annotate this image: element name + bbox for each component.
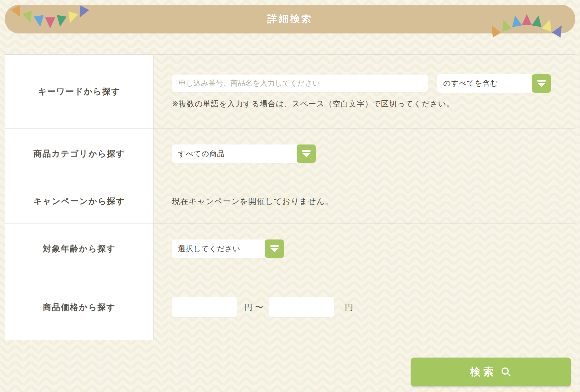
price-unit-label: 円 bbox=[345, 302, 353, 313]
campaign-row-label: キャンペーンから探す bbox=[5, 179, 154, 223]
row-price: 商品価格から探す 円 〜 円 bbox=[5, 274, 575, 340]
campaign-row-content: 現在キャンペーンを開催しておりません。 bbox=[154, 179, 575, 223]
age-row-content: 選択してください bbox=[154, 223, 575, 274]
keyword-match-select-value: のすべてを含む bbox=[437, 78, 504, 88]
search-button-label: 検索 bbox=[470, 365, 496, 379]
dropdown-arrow-icon bbox=[538, 83, 546, 87]
keyword-note: ※複数の単語を入力する場合は、スペース（空白文字）で区切ってください。 bbox=[172, 99, 454, 109]
search-icon bbox=[500, 366, 512, 378]
dropdown-arrow-icon bbox=[270, 245, 279, 247]
row-campaign: キャンペーンから探す 現在キャンペーンを開催しておりません。 bbox=[5, 179, 575, 223]
age-dropdown-button[interactable] bbox=[265, 239, 284, 258]
age-select[interactable]: 選択してください bbox=[172, 239, 284, 258]
search-form-table: キーワードから探す のすべてを含む ※複数の単語を入力する場合は、スペース（空白… bbox=[5, 55, 575, 340]
dropdown-arrow-icon bbox=[537, 80, 546, 82]
category-row-label: 商品カテゴリから探す bbox=[5, 128, 154, 179]
keyword-row-label: キーワードから探す bbox=[5, 55, 154, 128]
keyword-input[interactable] bbox=[172, 75, 428, 92]
keyword-match-select[interactable]: のすべてを含む bbox=[437, 74, 551, 93]
dropdown-arrow-icon bbox=[271, 248, 279, 252]
keyword-match-dropdown-button[interactable] bbox=[532, 74, 551, 93]
dropdown-arrow-icon bbox=[302, 153, 310, 157]
page-title: 詳細検索 bbox=[5, 5, 575, 33]
search-button[interactable]: 検索 bbox=[411, 358, 571, 386]
price-max-input[interactable] bbox=[269, 297, 334, 317]
row-category: 商品カテゴリから探す すべての商品 bbox=[5, 128, 575, 179]
category-select-value: すべての商品 bbox=[172, 149, 231, 159]
price-row-content: 円 〜 円 bbox=[154, 274, 575, 340]
keyword-row-content: のすべてを含む ※複数の単語を入力する場合は、スペース（空白文字）で区切ってくだ… bbox=[154, 55, 575, 128]
category-row-content: すべての商品 bbox=[154, 128, 575, 179]
page: { "banner": { "title": "詳細検索" }, "colors… bbox=[0, 0, 580, 392]
age-row-label: 対象年齢から探す bbox=[5, 223, 154, 274]
price-row-label: 商品価格から探す bbox=[5, 274, 154, 340]
row-keyword: キーワードから探す のすべてを含む ※複数の単語を入力する場合は、スペース（空白… bbox=[5, 55, 575, 128]
price-min-input[interactable] bbox=[172, 297, 237, 317]
age-select-value: 選択してください bbox=[172, 244, 247, 254]
campaign-message: 現在キャンペーンを開催しておりません。 bbox=[172, 196, 333, 207]
keyword-line: のすべてを含む bbox=[172, 74, 551, 93]
category-dropdown-button[interactable] bbox=[297, 144, 316, 163]
row-age: 対象年齢から探す 選択してください bbox=[5, 223, 575, 274]
banner: 詳細検索 bbox=[5, 5, 575, 33]
price-unit-from-label: 円 〜 bbox=[244, 302, 263, 313]
dropdown-arrow-icon bbox=[302, 150, 311, 152]
category-select[interactable]: すべての商品 bbox=[172, 144, 316, 163]
